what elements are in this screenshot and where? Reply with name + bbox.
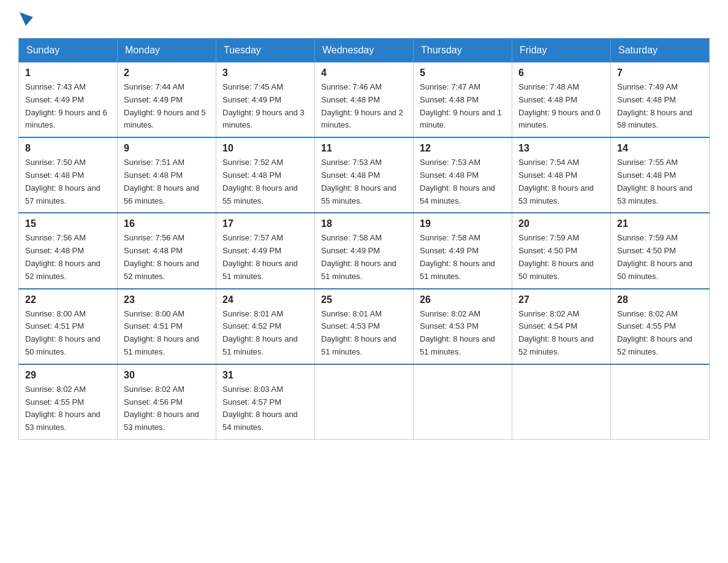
day-info: Sunrise: 8:01 AMSunset: 4:53 PMDaylight:… — [321, 308, 407, 359]
calendar-cell — [414, 364, 512, 440]
calendar-cell: 9 Sunrise: 7:51 AMSunset: 4:48 PMDayligh… — [118, 137, 216, 213]
calendar-cell: 29 Sunrise: 8:02 AMSunset: 4:55 PMDaylig… — [19, 364, 118, 440]
calendar-cell: 31 Sunrise: 8:03 AMSunset: 4:57 PMDaylig… — [216, 364, 315, 440]
day-number: 26 — [420, 294, 506, 305]
calendar-cell: 22 Sunrise: 8:00 AMSunset: 4:51 PMDaylig… — [19, 289, 118, 364]
calendar-cell: 16 Sunrise: 7:56 AMSunset: 4:48 PMDaylig… — [118, 213, 216, 288]
calendar-cell: 1 Sunrise: 7:43 AMSunset: 4:49 PMDayligh… — [19, 63, 118, 138]
logo — [18, 12, 33, 26]
day-info: Sunrise: 8:02 AMSunset: 4:53 PMDaylight:… — [420, 308, 506, 359]
calendar-week-row: 8 Sunrise: 7:50 AMSunset: 4:48 PMDayligh… — [19, 137, 710, 213]
calendar-cell: 8 Sunrise: 7:50 AMSunset: 4:48 PMDayligh… — [19, 137, 118, 213]
day-info: Sunrise: 7:52 AMSunset: 4:48 PMDaylight:… — [222, 156, 308, 207]
day-info: Sunrise: 8:01 AMSunset: 4:52 PMDaylight:… — [222, 308, 308, 359]
weekday-header-wednesday: Wednesday — [315, 39, 414, 63]
calendar-cell — [512, 364, 611, 440]
weekday-header-tuesday: Tuesday — [216, 39, 315, 63]
calendar-cell: 25 Sunrise: 8:01 AMSunset: 4:53 PMDaylig… — [315, 289, 414, 364]
day-info: Sunrise: 7:59 AMSunset: 4:50 PMDaylight:… — [518, 232, 604, 283]
calendar-cell: 20 Sunrise: 7:59 AMSunset: 4:50 PMDaylig… — [512, 213, 611, 288]
day-number: 11 — [321, 143, 407, 154]
calendar-cell: 4 Sunrise: 7:46 AMSunset: 4:48 PMDayligh… — [315, 63, 414, 138]
calendar-cell: 17 Sunrise: 7:57 AMSunset: 4:49 PMDaylig… — [216, 213, 315, 288]
calendar-cell: 23 Sunrise: 8:00 AMSunset: 4:51 PMDaylig… — [118, 289, 216, 364]
day-number: 20 — [518, 218, 604, 229]
calendar-cell: 19 Sunrise: 7:58 AMSunset: 4:49 PMDaylig… — [414, 213, 512, 288]
day-info: Sunrise: 8:02 AMSunset: 4:55 PMDaylight:… — [617, 308, 703, 359]
calendar-cell: 11 Sunrise: 7:53 AMSunset: 4:48 PMDaylig… — [315, 137, 414, 213]
day-number: 27 — [518, 294, 604, 305]
day-number: 12 — [420, 143, 506, 154]
day-info: Sunrise: 7:46 AMSunset: 4:48 PMDaylight:… — [321, 81, 407, 132]
day-info: Sunrise: 7:54 AMSunset: 4:48 PMDaylight:… — [518, 156, 604, 207]
weekday-header-row: SundayMondayTuesdayWednesdayThursdayFrid… — [19, 39, 710, 63]
day-number: 13 — [518, 143, 604, 154]
calendar-cell: 13 Sunrise: 7:54 AMSunset: 4:48 PMDaylig… — [512, 137, 611, 213]
day-info: Sunrise: 7:43 AMSunset: 4:49 PMDaylight:… — [25, 81, 111, 132]
day-number: 6 — [518, 67, 604, 79]
day-info: Sunrise: 7:47 AMSunset: 4:48 PMDaylight:… — [420, 81, 506, 132]
svg-marker-0 — [20, 12, 33, 26]
day-info: Sunrise: 7:45 AMSunset: 4:49 PMDaylight:… — [222, 81, 308, 132]
page-header — [18, 12, 710, 26]
calendar-week-row: 1 Sunrise: 7:43 AMSunset: 4:49 PMDayligh… — [19, 63, 710, 138]
day-number: 15 — [25, 218, 111, 229]
day-info: Sunrise: 7:50 AMSunset: 4:48 PMDaylight:… — [25, 156, 111, 207]
calendar-week-row: 15 Sunrise: 7:56 AMSunset: 4:48 PMDaylig… — [19, 213, 710, 288]
day-info: Sunrise: 7:57 AMSunset: 4:49 PMDaylight:… — [222, 232, 308, 283]
calendar-cell: 15 Sunrise: 7:56 AMSunset: 4:48 PMDaylig… — [19, 213, 118, 288]
day-info: Sunrise: 7:53 AMSunset: 4:48 PMDaylight:… — [321, 156, 407, 207]
calendar-cell: 5 Sunrise: 7:47 AMSunset: 4:48 PMDayligh… — [414, 63, 512, 138]
day-number: 17 — [222, 218, 308, 229]
calendar-cell: 18 Sunrise: 7:58 AMSunset: 4:49 PMDaylig… — [315, 213, 414, 288]
day-number: 16 — [124, 218, 210, 229]
day-number: 19 — [420, 218, 506, 229]
day-number: 28 — [617, 294, 703, 305]
weekday-header-monday: Monday — [118, 39, 216, 63]
day-number: 22 — [25, 294, 111, 305]
calendar-cell: 3 Sunrise: 7:45 AMSunset: 4:49 PMDayligh… — [216, 63, 315, 138]
calendar-cell: 12 Sunrise: 7:53 AMSunset: 4:48 PMDaylig… — [414, 137, 512, 213]
day-number: 25 — [321, 294, 407, 305]
day-info: Sunrise: 8:02 AMSunset: 4:54 PMDaylight:… — [518, 308, 604, 359]
day-number: 31 — [222, 370, 308, 381]
day-info: Sunrise: 7:58 AMSunset: 4:49 PMDaylight:… — [321, 232, 407, 283]
day-number: 24 — [222, 294, 308, 305]
day-number: 4 — [321, 67, 407, 79]
calendar-cell: 28 Sunrise: 8:02 AMSunset: 4:55 PMDaylig… — [611, 289, 710, 364]
day-info: Sunrise: 7:59 AMSunset: 4:50 PMDaylight:… — [617, 232, 703, 283]
day-info: Sunrise: 8:02 AMSunset: 4:55 PMDaylight:… — [25, 383, 111, 434]
day-info: Sunrise: 7:49 AMSunset: 4:48 PMDaylight:… — [617, 81, 703, 132]
weekday-header-saturday: Saturday — [611, 39, 710, 63]
day-info: Sunrise: 7:56 AMSunset: 4:48 PMDaylight:… — [25, 232, 111, 283]
calendar-cell: 27 Sunrise: 8:02 AMSunset: 4:54 PMDaylig… — [512, 289, 611, 364]
day-number: 21 — [617, 218, 703, 229]
day-info: Sunrise: 8:00 AMSunset: 4:51 PMDaylight:… — [124, 308, 210, 359]
calendar-cell: 30 Sunrise: 8:02 AMSunset: 4:56 PMDaylig… — [118, 364, 216, 440]
day-info: Sunrise: 7:58 AMSunset: 4:49 PMDaylight:… — [420, 232, 506, 283]
day-number: 23 — [124, 294, 210, 305]
day-info: Sunrise: 7:44 AMSunset: 4:49 PMDaylight:… — [124, 81, 210, 132]
day-number: 9 — [124, 143, 210, 154]
calendar-cell: 21 Sunrise: 7:59 AMSunset: 4:50 PMDaylig… — [611, 213, 710, 288]
day-number: 30 — [124, 370, 210, 381]
calendar-cell — [315, 364, 414, 440]
calendar-cell: 10 Sunrise: 7:52 AMSunset: 4:48 PMDaylig… — [216, 137, 315, 213]
day-number: 8 — [25, 143, 111, 154]
weekday-header-friday: Friday — [512, 39, 611, 63]
day-info: Sunrise: 7:48 AMSunset: 4:48 PMDaylight:… — [518, 81, 604, 132]
day-number: 29 — [25, 370, 111, 381]
calendar-cell: 26 Sunrise: 8:02 AMSunset: 4:53 PMDaylig… — [414, 289, 512, 364]
day-info: Sunrise: 7:53 AMSunset: 4:48 PMDaylight:… — [420, 156, 506, 207]
day-info: Sunrise: 7:51 AMSunset: 4:48 PMDaylight:… — [124, 156, 210, 207]
calendar-cell: 7 Sunrise: 7:49 AMSunset: 4:48 PMDayligh… — [611, 63, 710, 138]
day-number: 18 — [321, 218, 407, 229]
day-info: Sunrise: 8:03 AMSunset: 4:57 PMDaylight:… — [222, 383, 308, 434]
day-number: 5 — [420, 67, 506, 79]
day-number: 7 — [617, 67, 703, 79]
day-info: Sunrise: 7:56 AMSunset: 4:48 PMDaylight:… — [124, 232, 210, 283]
day-info: Sunrise: 7:55 AMSunset: 4:48 PMDaylight:… — [617, 156, 703, 207]
day-number: 1 — [25, 67, 111, 79]
calendar-cell: 6 Sunrise: 7:48 AMSunset: 4:48 PMDayligh… — [512, 63, 611, 138]
weekday-header-thursday: Thursday — [414, 39, 512, 63]
